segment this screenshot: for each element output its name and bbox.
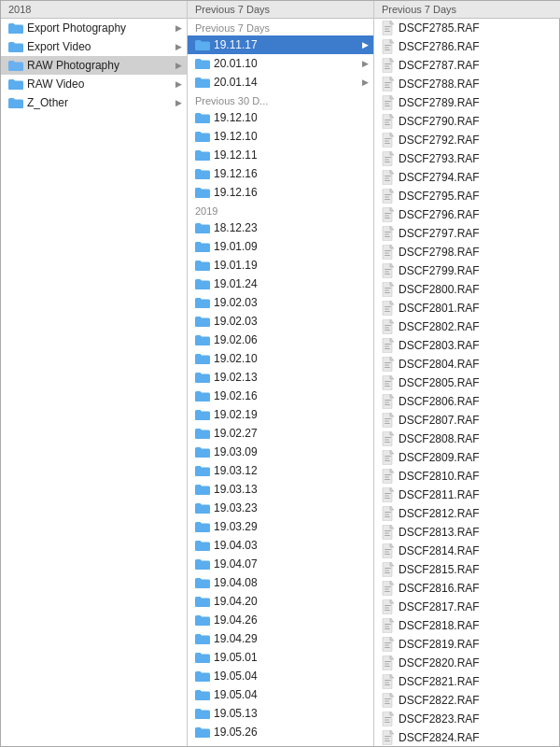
svg-rect-143 (385, 684, 390, 685)
mid-folder-item[interactable]: 19.01.09 (188, 237, 373, 256)
file-item[interactable]: DSCF2809.RAF (374, 448, 560, 467)
mid-folder-item[interactable]: 19.01.24 (188, 275, 373, 293)
mid-folder-item[interactable]: 19.05.31 (188, 741, 373, 746)
mid-folder-item[interactable]: 19.05.04 (188, 667, 373, 685)
file-item[interactable]: DSCF2811.RAF (374, 486, 560, 504)
file-item[interactable]: DSCF2808.RAF (374, 430, 560, 448)
item-label: Z_Other (27, 96, 174, 109)
mid-folder-item[interactable]: 19.05.01 (188, 648, 373, 667)
file-item[interactable]: DSCF2800.RAF (374, 280, 560, 299)
mid-folder-item[interactable]: 20.01.14▶ (188, 73, 373, 92)
file-item[interactable]: DSCF2793.RAF (374, 149, 560, 168)
mid-folder-item[interactable]: 19.04.08 (188, 573, 373, 592)
svg-rect-62 (385, 309, 389, 310)
file-icon (382, 245, 395, 260)
mid-folder-item[interactable]: 19.05.13 (188, 704, 373, 723)
mid-folder-item[interactable]: 19.02.13 (188, 368, 373, 387)
folder-label: 19.02.16 (214, 389, 360, 402)
file-item[interactable]: DSCF2802.RAF (374, 317, 560, 336)
mid-folder-item[interactable]: 19.02.19 (188, 405, 373, 424)
mid-folder-item[interactable]: 19.04.07 (188, 555, 373, 573)
left-item-z_other[interactable]: Z_Other▶ (1, 93, 187, 112)
file-item[interactable]: DSCF2797.RAF (374, 224, 560, 243)
file-item[interactable]: DSCF2817.RAF (374, 598, 560, 616)
file-item[interactable]: DSCF2790.RAF (374, 112, 560, 131)
file-item[interactable]: DSCF2816.RAF (374, 579, 560, 598)
svg-rect-145 (385, 698, 391, 699)
file-item[interactable]: DSCF2804.RAF (374, 355, 560, 374)
file-label: DSCF2809.RAF (399, 451, 556, 464)
mid-folder-item[interactable]: 20.01.10▶ (188, 54, 373, 73)
file-item[interactable]: DSCF2822.RAF (374, 691, 560, 710)
file-item[interactable]: DSCF2789.RAF (374, 93, 560, 112)
file-item[interactable]: DSCF2812.RAF (374, 504, 560, 523)
mid-folder-item[interactable]: 19.03.09 (188, 443, 373, 461)
file-item[interactable]: DSCF2814.RAF (374, 542, 560, 560)
file-item[interactable]: DSCF2786.RAF (374, 37, 560, 56)
mid-folder-item[interactable]: 19.02.16 (188, 387, 373, 405)
mid-folder-item[interactable]: 19.12.11 (188, 146, 373, 164)
mid-folder-item[interactable]: 19.03.13 (188, 480, 373, 499)
folder-icon (195, 745, 210, 746)
file-item[interactable]: DSCF2823.RAF (374, 710, 560, 728)
left-item-raw-photography[interactable]: RAW Photography▶ (1, 56, 187, 75)
folder-icon (195, 187, 210, 198)
file-item[interactable]: DSCF2796.RAF (374, 205, 560, 224)
folder-label: 19.03.12 (214, 464, 360, 477)
mid-folder-item[interactable]: 19.02.10 (188, 349, 373, 368)
mid-folder-item[interactable]: 19.04.20 (188, 592, 373, 611)
file-item[interactable]: DSCF2788.RAF (374, 75, 560, 93)
mid-folder-item[interactable]: 19.04.26 (188, 611, 373, 629)
mid-folder-item[interactable]: 19.05.04 (188, 685, 373, 704)
svg-rect-131 (385, 628, 390, 629)
svg-rect-21 (385, 120, 391, 120)
file-item[interactable]: DSCF2815.RAF (374, 560, 560, 579)
mid-folder-item[interactable]: 19.04.29 (188, 629, 373, 648)
mid-folder-item[interactable]: 19.03.12 (188, 461, 373, 480)
file-item[interactable]: DSCF2819.RAF (374, 635, 560, 654)
mid-folder-item[interactable]: 19.02.06 (188, 331, 373, 349)
file-item[interactable]: DSCF2824.RAF (374, 728, 560, 746)
mid-folder-item[interactable]: 19.12.10 (188, 127, 373, 146)
mid-folder-item[interactable]: 19.05.26 (188, 723, 373, 741)
mid-folder-item[interactable]: 19.12.16 (188, 164, 373, 183)
item-label: RAW Video (27, 78, 174, 91)
file-item[interactable]: DSCF2821.RAF (374, 672, 560, 691)
file-item[interactable]: DSCF2785.RAF (374, 19, 560, 37)
file-item[interactable]: DSCF2805.RAF (374, 374, 560, 392)
file-item[interactable]: DSCF2820.RAF (374, 654, 560, 672)
file-item[interactable]: DSCF2798.RAF (374, 243, 560, 261)
file-item[interactable]: DSCF2792.RAF (374, 131, 560, 149)
file-item[interactable]: DSCF2801.RAF (374, 299, 560, 317)
file-icon (382, 133, 395, 148)
mid-folder-item[interactable]: 19.02.03 (188, 293, 373, 312)
mid-folder-item[interactable]: 18.12.23 (188, 218, 373, 237)
mid-folder-item[interactable]: 19.12.16 (188, 183, 373, 202)
file-item[interactable]: DSCF2806.RAF (374, 392, 560, 411)
file-item[interactable]: DSCF2818.RAF (374, 616, 560, 635)
mid-folder-item[interactable]: 19.03.23 (188, 499, 373, 517)
file-icon (382, 394, 395, 409)
svg-rect-19 (385, 106, 390, 106)
mid-folder-item[interactable]: 19.01.19 (188, 256, 373, 275)
left-item-export-video[interactable]: Export Video▶ (1, 37, 187, 56)
file-item[interactable]: DSCF2807.RAF (374, 411, 560, 430)
svg-rect-69 (385, 344, 391, 345)
folder-icon (195, 112, 210, 123)
file-item[interactable]: DSCF2794.RAF (374, 168, 560, 187)
mid-folder-item[interactable]: 19.02.03 (188, 312, 373, 331)
file-item[interactable]: DSCF2787.RAF (374, 56, 560, 75)
left-item-export-photography[interactable]: Export Photography▶ (1, 19, 187, 37)
mid-folder-item[interactable]: 19.12.10 (188, 108, 373, 127)
file-item[interactable]: DSCF2813.RAF (374, 523, 560, 542)
left-item-raw-video[interactable]: RAW Video▶ (1, 75, 187, 93)
file-item[interactable]: DSCF2799.RAF (374, 261, 560, 280)
mid-folder-item[interactable]: 19.02.27 (188, 424, 373, 443)
file-item[interactable]: DSCF2810.RAF (374, 467, 560, 486)
mid-folder-item[interactable]: 19.11.17▶ (188, 35, 373, 54)
mid-folder-item[interactable]: 19.04.03 (188, 536, 373, 555)
file-item[interactable]: DSCF2803.RAF (374, 336, 560, 355)
file-item[interactable]: DSCF2795.RAF (374, 187, 560, 205)
mid-folder-item[interactable]: 19.03.29 (188, 517, 373, 536)
svg-rect-79 (385, 386, 390, 387)
